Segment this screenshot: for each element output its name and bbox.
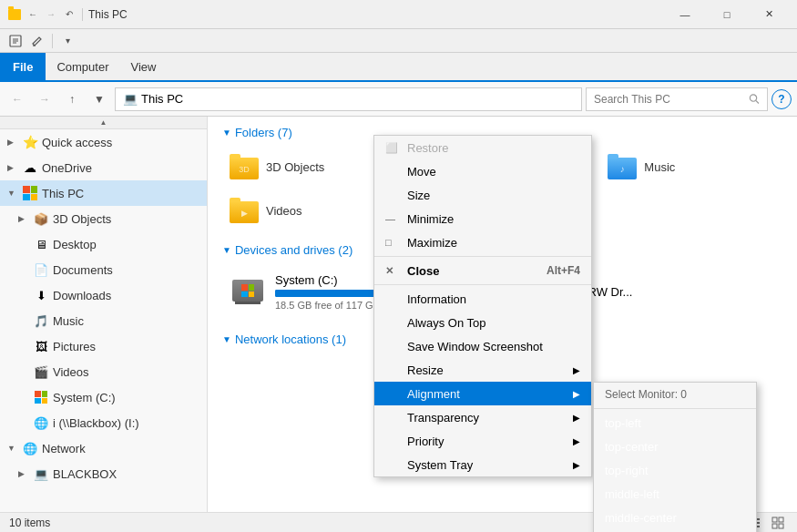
address-input[interactable]: 💻 This PC [115,87,582,111]
recent-button[interactable]: ▼ [87,87,111,111]
ctx-minimize-label: Minimize [407,212,454,226]
folders-chevron: ▼ [222,128,231,138]
ctx-maximize[interactable]: □ Maximize [374,230,591,254]
minimize-button[interactable]: — [664,0,706,29]
middle-center-label: middle-center [605,511,677,525]
ribbon-file-tab[interactable]: File [0,53,46,80]
submenu-monitor-header: Select Monitor: 0 [594,383,756,406]
title-bar: ← → ↶ This PC — □ ✕ [0,0,797,29]
this-pc-icon [22,185,38,201]
sidebar-item-onedrive[interactable]: ▶ ☁ OneDrive [0,155,207,180]
app-icon [7,7,22,22]
submenu-top-right[interactable]: top-right [594,458,756,482]
ctx-resize-label: Resize [407,363,444,377]
search-box[interactable] [586,87,768,111]
sidebar-item-network[interactable]: ▼ 🌐 Network [0,435,207,461]
sidebar-item-downloads[interactable]: ⬇ Downloads [0,282,207,308]
ribbon-computer-tab[interactable]: Computer [46,53,119,80]
ctx-priority[interactable]: Priority ▶ [374,429,591,453]
network-section-label: Network locations (1) [235,332,346,346]
restore-icon: ⬜ [385,142,400,154]
ctx-priority-label: Priority [407,435,444,448]
undo-icon-tb[interactable]: ↶ [62,7,77,22]
submenu-top-center[interactable]: top-center [594,435,756,458]
ribbon-view-tab[interactable]: View [119,53,167,80]
ctx-resize[interactable]: Resize ▶ [374,358,591,382]
sidebar-label-desktop: Desktop [53,238,97,251]
expand-arrow-this-pc: ▼ [7,189,18,198]
up-button[interactable]: ↑ [60,87,84,111]
sidebar-item-quick-access[interactable]: ▶ ⭐ Quick access [0,129,207,155]
submenu-top-left[interactable]: top-left [594,411,756,435]
sidebar-label-quick-access: Quick access [42,136,112,149]
ctx-system-tray-label: System Tray [407,458,473,472]
blackbox-drive-icon: 🌐 [33,414,49,431]
forward-button[interactable]: → [33,87,56,111]
ctx-close-label: Close [407,264,439,278]
ctx-close[interactable]: ✕ Close Alt+F4 [374,259,591,282]
maximize-button[interactable]: □ [706,0,748,29]
sidebar-label-videos: Videos [53,365,89,379]
resize-arrow: ▶ [573,365,580,375]
sidebar-item-desktop[interactable]: 🖥 Desktop [0,231,207,257]
sidebar-item-system-c[interactable]: System (C:) [0,384,207,410]
ctx-alignment[interactable]: Alignment ▶ Select Monitor: 0 top-left t… [374,382,591,405]
sidebar-item-documents[interactable]: 📄 Documents [0,257,207,282]
folder-icon-3d: 3D [230,154,259,179]
minimize-icon: — [385,213,400,224]
sidebar-item-this-pc[interactable]: ▼ This PC [0,180,207,206]
network-chevron: ▼ [222,334,231,344]
sidebar-item-music[interactable]: 🎵 Music [0,308,207,333]
svg-rect-11 [779,517,783,522]
system-c-icon [33,389,49,405]
ctx-minimize[interactable]: — Minimize [374,207,591,230]
3d-objects-icon: 📦 [33,210,49,227]
sidebar-item-blackbox[interactable]: ▶ 💻 BLACKBOX [0,461,207,486]
folders-section-label: Folders (7) [235,126,292,139]
priority-arrow: ▶ [573,436,580,446]
ctx-save-screenshot[interactable]: Save Window Screenshot [374,334,591,358]
sidebar-item-3d-objects[interactable]: ▶ 📦 3D Objects [0,206,207,231]
main-area: ▲ ▶ ⭐ Quick access ▶ ☁ OneDrive ▼ This P… [0,117,797,512]
documents-icon: 📄 [33,261,49,278]
ctx-system-tray[interactable]: System Tray ▶ [374,453,591,476]
tiles-view-btn[interactable] [768,515,788,531]
ctx-information-label: Information [407,292,466,306]
sidebar-label-documents: Documents [53,263,113,277]
sidebar-item-videos[interactable]: 🎬 Videos [0,359,207,384]
submenu-middle-center[interactable]: middle-center [594,506,756,529]
folder-item-music[interactable]: ♪ Music [600,148,782,185]
ctx-always-on-top[interactable]: Always On Top [374,311,591,334]
sidebar-label-system-c: System (C:) [53,391,116,404]
close-button[interactable]: ✕ [748,0,790,29]
ctx-size[interactable]: Size [374,183,591,207]
sidebar-item-blackbox-drive[interactable]: 🌐 i (\\Blackbox) (I:) [0,410,207,435]
sidebar-wrapper: ▲ ▶ ⭐ Quick access ▶ ☁ OneDrive ▼ This P… [0,117,208,512]
submenu-middle-left[interactable]: middle-left [594,482,756,506]
rename-qa-btn[interactable] [27,31,47,51]
submenu-sep-1 [594,408,756,409]
ctx-move[interactable]: Move [374,159,591,183]
sidebar-scroll-up[interactable]: ▲ [0,117,207,129]
sidebar: ▲ ▶ ⭐ Quick access ▶ ☁ OneDrive ▼ This P… [0,117,208,512]
svg-point-5 [751,95,757,101]
properties-qa-btn[interactable] [5,31,26,51]
onedrive-icon: ☁ [22,159,38,176]
sidebar-label-downloads: Downloads [53,289,111,302]
sidebar-label-music: Music [53,314,84,328]
system-tray-arrow: ▶ [573,460,580,470]
middle-left-label: middle-left [605,487,659,501]
ctx-information[interactable]: Information [374,287,591,311]
transparency-arrow: ▶ [573,413,580,423]
ctx-restore[interactable]: ⬜ Restore [374,136,591,159]
search-input[interactable] [594,93,745,106]
expand-arrow-3d: ▶ [18,214,29,223]
ctx-transparency[interactable]: Transparency ▶ [374,405,591,429]
dropdown-qa-btn[interactable]: ▾ [57,31,77,51]
top-center-label: top-center [605,440,659,454]
folder-label-3d: 3D Objects [266,160,324,174]
back-button[interactable]: ← [5,87,29,111]
devices-section-label: Devices and drives (2) [235,243,353,257]
sidebar-item-pictures[interactable]: 🖼 Pictures [0,333,207,359]
help-button[interactable]: ? [771,89,792,109]
